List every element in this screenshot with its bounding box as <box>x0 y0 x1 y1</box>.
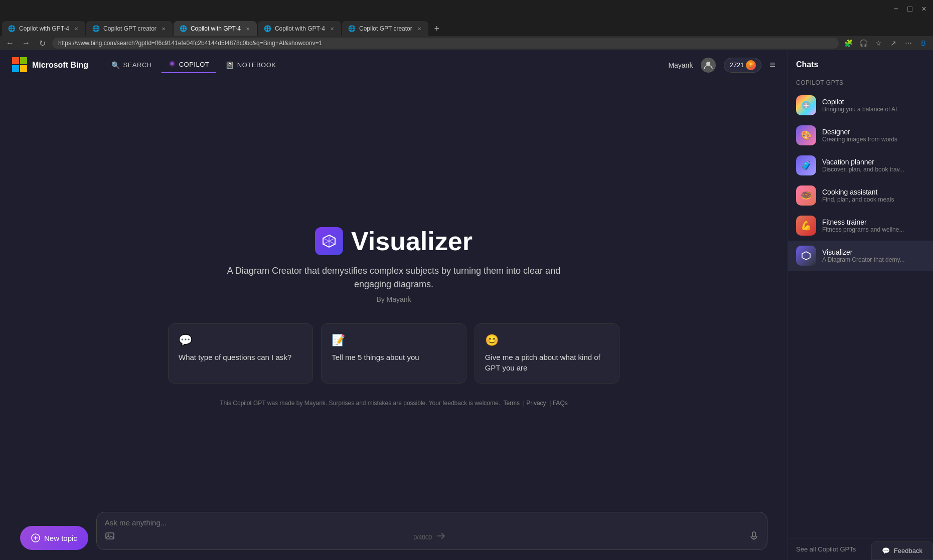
gpt-avatar-vacation: 🧳 <box>796 155 816 175</box>
card-icon-1: 💬 <box>179 334 302 347</box>
visualizer-title: Visualizer <box>315 226 473 256</box>
gpt-avatar-copilot <box>796 95 816 115</box>
new-topic-icon <box>31 533 40 542</box>
bookmark-icon[interactable]: ☆ <box>873 39 884 47</box>
gpt-desc-visualizer: A Diagram Creator that demy... <box>822 256 925 263</box>
close-button[interactable]: × <box>921 6 927 12</box>
tab-1-title: Copilot with GPT-4 <box>19 25 69 32</box>
tab-5-title: Copilot GPT creator <box>359 25 412 32</box>
url-input[interactable] <box>52 38 839 49</box>
nav-notebook[interactable]: 📓 NOTEBOOK <box>218 58 283 72</box>
card-text-3: Give me a pitch about what kind of GPT y… <box>485 352 609 373</box>
image-add-icon[interactable] <box>105 531 115 543</box>
nav-notebook-label: NOTEBOOK <box>237 61 276 69</box>
tab-5-close[interactable]: ✕ <box>416 25 422 33</box>
gpt-avatar-cooking: 🍩 <box>796 185 816 206</box>
tab-favicon-1: 🌐 <box>8 25 15 32</box>
gpt-name-vacation: Vacation planner <box>822 158 925 166</box>
nav-search[interactable]: 🔍 SEARCH <box>104 58 159 72</box>
gpt-info-designer: Designer Creating images from words <box>822 128 925 143</box>
user-avatar[interactable] <box>701 58 716 73</box>
gpt-avatar-fitness: 💪 <box>796 216 816 236</box>
feedback-icon: 💬 <box>882 547 890 554</box>
browser-chrome: − □ × 🌐 Copilot with GPT-4 ✕ 🌐 Copilot G… <box>0 0 933 50</box>
points-badge[interactable]: 2721 🏆 <box>724 58 761 73</box>
sidebar-gpts-title: Copilot GPTs <box>788 75 933 90</box>
faqs-link[interactable]: FAQs <box>553 400 568 407</box>
title-bar-controls: − □ × <box>893 6 927 12</box>
right-sidebar: Chats Copilot GPTs Copilot Bringing you … <box>788 50 933 560</box>
nav-copilot[interactable]: COPILOT <box>161 57 217 73</box>
suggestion-card-3[interactable]: 😊 Give me a pitch about what kind of GPT… <box>475 323 619 384</box>
suggestion-card-1[interactable]: 💬 What type of questions can I ask? <box>168 323 313 384</box>
tab-3-close[interactable]: ✕ <box>245 25 251 33</box>
visualizer-app-icon <box>315 227 343 255</box>
headphones-icon[interactable]: 🎧 <box>858 39 869 47</box>
copilot-nav-icon <box>168 60 176 69</box>
minimize-button[interactable]: − <box>893 6 899 12</box>
extensions-icon[interactable]: 🧩 <box>843 39 854 47</box>
search-nav-icon: 🔍 <box>111 61 120 69</box>
gpt-list: Copilot Bringing you a balance of AI 🎨 D… <box>788 90 933 538</box>
settings-icon[interactable]: ⋯ <box>903 39 914 47</box>
gpt-item-visualizer[interactable]: Visualizer A Diagram Creator that demy..… <box>788 241 933 271</box>
menu-icon[interactable]: ≡ <box>769 59 775 71</box>
terms-link[interactable]: Terms <box>503 400 520 407</box>
tab-favicon-5: 🌐 <box>348 25 355 32</box>
notebook-nav-icon: 📓 <box>225 61 234 69</box>
tab-4-close[interactable]: ✕ <box>329 25 335 33</box>
gpt-name-visualizer: Visualizer <box>822 248 925 256</box>
gpt-item-copilot[interactable]: Copilot Bringing you a balance of AI <box>788 90 933 120</box>
tab-favicon-4: 🌐 <box>264 25 271 32</box>
gpt-item-vacation[interactable]: 🧳 Vacation planner Discover, plan, and b… <box>788 150 933 180</box>
tab-3[interactable]: 🌐 Copilot with GPT-4 ✕ <box>174 21 257 36</box>
new-tab-button[interactable]: + <box>429 21 444 36</box>
tab-3-title: Copilot with GPT-4 <box>191 25 241 32</box>
gpt-item-designer[interactable]: 🎨 Designer Creating images from words <box>788 120 933 150</box>
tabs-bar: 🌐 Copilot with GPT-4 ✕ 🌐 Copilot GPT cre… <box>0 18 933 36</box>
title-bar: − □ × <box>0 0 933 18</box>
share-icon[interactable]: ↗ <box>888 39 899 47</box>
gpt-desc-vacation: Discover, plan, and book trav... <box>822 166 925 173</box>
bing-icon[interactable]: B <box>918 39 929 47</box>
tab-1[interactable]: 🌐 Copilot with GPT-4 ✕ <box>2 21 85 36</box>
tab-2[interactable]: 🌐 Copilot GPT creator ✕ <box>86 21 173 36</box>
tab-1-close[interactable]: ✕ <box>73 25 79 33</box>
privacy-link[interactable]: Privacy <box>526 400 546 407</box>
feedback-button[interactable]: 💬 Feedback <box>871 541 933 560</box>
tab-4[interactable]: 🌐 Copilot with GPT-4 ✕ <box>258 21 341 36</box>
back-button[interactable]: ← <box>4 39 16 48</box>
app-layout: Microsoft Bing 🔍 SEARCH COPILOT <box>0 50 933 560</box>
card-text-2: Tell me 5 things about you <box>332 352 455 362</box>
nav-copilot-label: COPILOT <box>179 61 210 68</box>
app-description: A Diagram Creator that demystifies compl… <box>218 264 569 291</box>
chat-input[interactable] <box>105 518 759 527</box>
svg-rect-2 <box>12 65 19 72</box>
gpt-desc-fitness: Fitness programs and wellne... <box>822 226 925 233</box>
gpt-item-cooking[interactable]: 🍩 Cooking assistant Find, plan, and cook… <box>788 180 933 211</box>
suggestion-card-2[interactable]: 📝 Tell me 5 things about you <box>321 323 466 384</box>
new-topic-button[interactable]: New topic <box>20 526 88 550</box>
bing-logo[interactable]: Microsoft Bing <box>12 57 88 73</box>
nav-search-label: SEARCH <box>123 61 152 69</box>
gpt-avatar-visualizer <box>796 246 816 266</box>
svg-rect-10 <box>752 532 755 537</box>
card-icon-2: 📝 <box>332 334 455 347</box>
app-name-heading: Visualizer <box>351 226 473 256</box>
chat-input-footer: 0/4000 <box>105 531 759 543</box>
input-area: New topic 0/4000 <box>20 512 788 550</box>
chat-input-container: 0/4000 <box>96 512 767 550</box>
maximize-button[interactable]: □ <box>907 6 913 12</box>
gpt-item-fitness[interactable]: 💪 Fitness trainer Fitness programs and w… <box>788 211 933 241</box>
nav-items: 🔍 SEARCH COPILOT 📓 NOTEBOOK <box>104 57 283 73</box>
send-button[interactable] <box>436 531 446 543</box>
tab-5[interactable]: 🌐 Copilot GPT creator ✕ <box>342 21 428 36</box>
char-count: 0/4000 <box>414 534 432 541</box>
nav-right: Mayank 2721 🏆 ≡ <box>668 58 775 73</box>
tab-favicon-2: 🌐 <box>92 25 99 32</box>
forward-button[interactable]: → <box>20 39 32 48</box>
refresh-button[interactable]: ↻ <box>36 39 48 48</box>
tab-2-close[interactable]: ✕ <box>161 25 167 33</box>
sidebar-chats-header: Chats <box>788 50 933 75</box>
mic-icon[interactable] <box>749 531 759 543</box>
